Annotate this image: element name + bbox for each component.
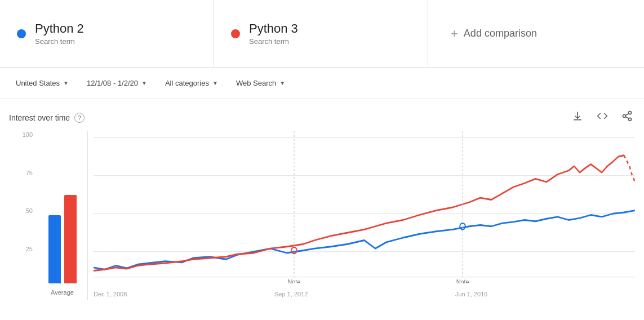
svg-line-3 [625, 117, 629, 118]
chart-title-group: Interest over time ? [9, 113, 85, 123]
filter-bar: United States ▼ 12/1/08 - 1/2/20 ▼ All c… [0, 68, 644, 99]
term-name-python3: Python 3 [249, 21, 298, 36]
category-chevron: ▼ [212, 80, 218, 86]
line-chart-svg: Note Note [94, 131, 635, 283]
svg-point-2 [629, 118, 632, 121]
python3-line-dashed [624, 155, 635, 182]
category-filter[interactable]: All categories ▼ [158, 75, 225, 91]
chart-actions [570, 108, 635, 127]
svg-line-4 [625, 113, 629, 115]
y-label-75: 75 [26, 170, 33, 176]
bar-label: Average [37, 289, 87, 296]
search-type-filter[interactable]: Web Search ▼ [229, 75, 292, 91]
help-icon[interactable]: ? [74, 113, 85, 123]
bar-python3 [64, 195, 77, 283]
chart-section: Interest over time ? [0, 99, 644, 300]
y-label-50: 50 [26, 207, 33, 214]
y-label-25: 25 [26, 246, 33, 252]
share-button[interactable] [619, 108, 635, 127]
date-chevron: ▼ [141, 80, 147, 86]
term-dot-python3 [231, 29, 240, 38]
add-comparison-label: Add comparison [464, 28, 537, 39]
chart-area: 100 75 50 25 Average [9, 131, 635, 300]
date-filter[interactable]: 12/1/08 - 1/2/20 ▼ [80, 75, 154, 91]
note-label-1: Note [288, 278, 301, 283]
location-chevron: ▼ [63, 80, 69, 86]
search-type-chevron: ▼ [279, 80, 285, 86]
download-button[interactable] [570, 108, 585, 127]
chart-title: Interest over time [9, 113, 70, 122]
search-type-label: Web Search [236, 79, 276, 87]
chart-and-bar: Average [37, 131, 635, 300]
y-labels: 100 75 50 25 [9, 131, 37, 300]
x-label-2012: Sep 1, 2012 [274, 291, 308, 297]
term-dot-python2 [17, 29, 26, 38]
x-label-2008: Dec 1, 2008 [94, 291, 127, 297]
location-filter[interactable]: United States ▼ [9, 75, 75, 91]
date-label: 12/1/08 - 1/2/20 [87, 79, 138, 87]
category-label: All categories [165, 79, 209, 87]
note-label-2: Note [456, 278, 469, 283]
term-type-python3: Search term [249, 37, 298, 46]
location-label: United States [16, 79, 60, 87]
svg-point-1 [623, 115, 626, 118]
python3-line-solid [94, 155, 624, 271]
top-bar: Python 2 Search term Python 3 Search ter… [0, 0, 644, 68]
add-comparison-cell[interactable]: + Add comparison [428, 0, 644, 67]
embed-button[interactable] [594, 108, 610, 127]
term-cell-python2: Python 2 Search term [0, 0, 214, 67]
bar-chart-mini: Average [37, 131, 88, 300]
term-name-python2: Python 2 [35, 21, 84, 36]
python2-line [94, 211, 635, 270]
x-label-2016: Jun 1, 2016 [455, 291, 488, 297]
x-labels: Dec 1, 2008 Sep 1, 2012 Jun 1, 2016 [94, 286, 635, 303]
line-chart-container: Note Note Dec 1, 2008 Sep 1, 2012 Jun 1,… [94, 131, 635, 300]
add-icon: + [451, 26, 458, 41]
bar-python2 [48, 215, 61, 284]
svg-point-0 [629, 112, 632, 114]
chart-header: Interest over time ? [9, 99, 635, 131]
term-cell-python3: Python 3 Search term [214, 0, 428, 67]
term-type-python2: Search term [35, 37, 84, 46]
y-label-100: 100 [23, 131, 33, 138]
